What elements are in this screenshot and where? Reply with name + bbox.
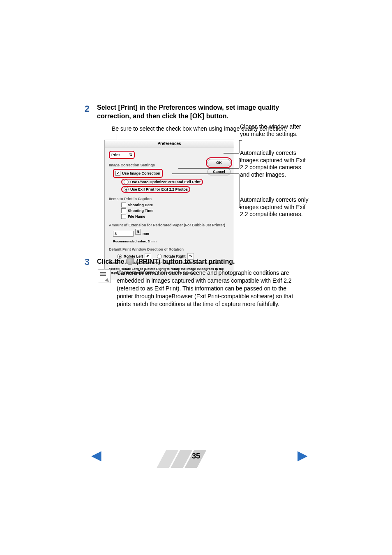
stepper-icon[interactable]: ⇅ xyxy=(135,229,141,235)
info-note-text: Camera information such as scene and pho… xyxy=(117,269,303,308)
pane-dropdown-value: Print xyxy=(111,153,120,157)
checkbox-file-name-label: File Name xyxy=(128,214,145,219)
checkbox-shooting-time[interactable]: Shooting Time xyxy=(121,208,230,213)
step-3-number: 3 xyxy=(82,257,90,267)
radio-exif-print[interactable]: Use Exif Print for Exif 2.2 Photos xyxy=(121,186,190,193)
perforated-recommended: Recommended value: 3 mm xyxy=(113,240,230,243)
perforated-extension-field: 3 ⇅ mm xyxy=(113,229,149,239)
perforated-unit: mm xyxy=(143,232,149,236)
ok-button[interactable]: OK xyxy=(208,159,231,166)
page-footer: 35 xyxy=(0,452,392,461)
cancel-button-label: Cancel xyxy=(213,170,225,174)
ok-button-label: OK xyxy=(216,161,222,165)
use-image-correction-label: Use Image Correction xyxy=(122,171,160,175)
step-3-title-post: (PRINT) button to start printing. xyxy=(136,258,235,265)
info-note: Camera information such as scene and pho… xyxy=(98,269,303,308)
note-icon xyxy=(98,269,111,283)
step-3-title-pre: Click the xyxy=(97,258,126,265)
section-perforated-extension: Amount of Extension for Perforated Paper… xyxy=(109,223,230,227)
section-caption-items: Items to Print in Caption xyxy=(109,197,230,201)
perforated-value-input[interactable]: 3 xyxy=(113,231,134,237)
callout-close: Closes the window after you make the set… xyxy=(240,123,310,138)
callout-opt2: Automatically corrects only images captu… xyxy=(240,196,310,218)
dialog-title: Preferences xyxy=(105,140,234,147)
chevron-updown-icon: ⇅ xyxy=(129,153,132,157)
callout-opt1: Automatically corrects images captured w… xyxy=(240,150,310,178)
use-image-correction-checkbox[interactable]: Use Image Correction xyxy=(113,169,163,178)
next-page-arrow[interactable]: ▶ xyxy=(297,447,308,463)
page-number: 35 xyxy=(192,452,200,460)
step-2-number: 2 xyxy=(82,104,90,114)
print-icon xyxy=(126,257,134,265)
checkbox-file-name[interactable]: File Name xyxy=(121,214,230,219)
dialog-button-column: OK Cancel xyxy=(208,159,231,175)
radio-photo-optimizer-label: Use Photo Optimizer PRO and Exif Print xyxy=(130,180,201,184)
step-3-title: Click the (PRINT) button to start printi… xyxy=(97,257,235,266)
section-default-rotation: Default Print Window Direction of Rotati… xyxy=(109,247,230,251)
step-2-title: Select [Print] in the Preferences window… xyxy=(97,104,312,121)
pane-dropdown[interactable]: Print ⇅ xyxy=(109,151,135,159)
prev-page-arrow[interactable]: ◀ xyxy=(91,447,101,463)
radio-photo-optimizer[interactable]: Use Photo Optimizer PRO and Exif Print xyxy=(121,179,203,185)
checkbox-shooting-time-label: Shooting Time xyxy=(128,209,153,213)
page: 2 Select [Print] in the Preferences wind… xyxy=(0,0,392,555)
checkbox-shooting-date-label: Shooting Date xyxy=(128,203,153,207)
radio-exif-print-label: Use Exif Print for Exif 2.2 Photos xyxy=(130,187,188,191)
checkbox-shooting-date[interactable]: Shooting Date xyxy=(121,203,230,207)
cancel-button[interactable]: Cancel xyxy=(208,168,231,175)
